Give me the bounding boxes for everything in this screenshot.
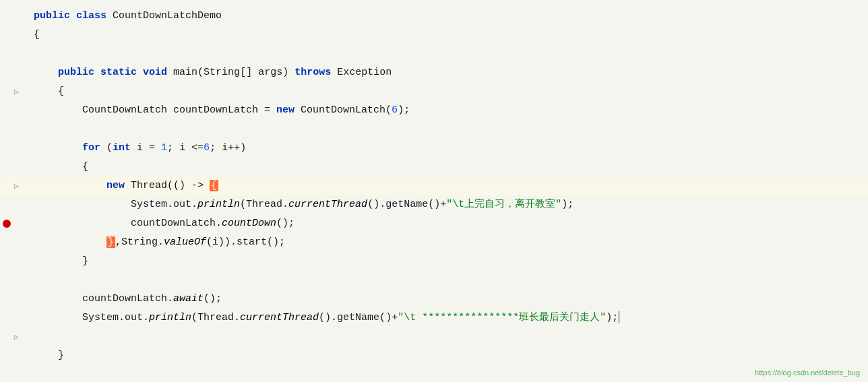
code-line: { bbox=[0, 158, 868, 177]
line-content: { bbox=[20, 158, 868, 177]
line-content bbox=[20, 44, 868, 63]
gutter bbox=[0, 214, 20, 233]
gutter bbox=[0, 44, 20, 63]
line-content: new Thread(() -> { bbox=[20, 177, 868, 195]
code-line: } bbox=[0, 346, 868, 365]
code-line-highlighted: ▷ new Thread(() -> { bbox=[0, 177, 868, 195]
line-content: { bbox=[20, 26, 868, 44]
code-line: System.out.println(Thread.currentThread(… bbox=[0, 195, 868, 214]
fold-arrow: ▷ bbox=[14, 87, 19, 97]
gutter bbox=[0, 309, 20, 327]
line-content: for (int i = 1; i <=6; i++) bbox=[20, 139, 868, 158]
line-content: public static void main(String[] args) t… bbox=[20, 63, 868, 82]
gutter: ▷ bbox=[0, 177, 20, 195]
code-line bbox=[0, 120, 868, 139]
code-line bbox=[0, 44, 868, 63]
gutter bbox=[0, 195, 20, 214]
gutter bbox=[0, 365, 20, 382]
gutter bbox=[0, 290, 20, 309]
gutter bbox=[0, 26, 20, 44]
gutter bbox=[0, 63, 20, 82]
breakpoint-indicator bbox=[3, 220, 11, 228]
watermark: https://blog.csdn.net/delete_bug bbox=[755, 369, 860, 377]
code-line: ▷ bbox=[0, 327, 868, 346]
line-content: { bbox=[20, 82, 868, 101]
code-line: for (int i = 1; i <=6; i++) bbox=[0, 139, 868, 158]
line-content bbox=[20, 120, 868, 139]
code-line: countDownLatch.countDown(); bbox=[0, 214, 868, 233]
gutter bbox=[0, 346, 20, 365]
line-content: System.out.println(Thread.currentThread(… bbox=[20, 195, 868, 214]
line-content: } bbox=[20, 252, 868, 271]
gutter bbox=[0, 271, 20, 290]
gutter bbox=[0, 233, 20, 252]
line-content bbox=[20, 365, 868, 382]
code-line: public class CountDownLatchDemo bbox=[0, 7, 868, 26]
gutter: ▷ bbox=[0, 327, 20, 346]
code-editor: public class CountDownLatchDemo { public… bbox=[0, 0, 868, 382]
line-content: System.out.println(Thread.currentThread(… bbox=[20, 309, 868, 327]
line-content: CountDownLatch countDownLatch = new Coun… bbox=[20, 101, 868, 120]
code-line: System.out.println(Thread.currentThread(… bbox=[0, 309, 868, 327]
code-line: public static void main(String[] args) t… bbox=[0, 63, 868, 82]
line-content: countDownLatch.await(); bbox=[20, 290, 868, 309]
gutter bbox=[0, 101, 20, 120]
code-line: { bbox=[0, 26, 868, 44]
gutter: ▷ bbox=[0, 82, 20, 101]
code-line: CountDownLatch countDownLatch = new Coun… bbox=[0, 101, 868, 120]
code-line: } bbox=[0, 252, 868, 271]
code-line: },String.valueOf(i)).start(); bbox=[0, 233, 868, 252]
gutter bbox=[0, 139, 20, 158]
code-line: ▷ { bbox=[0, 82, 868, 101]
line-content bbox=[20, 327, 868, 346]
line-content: },String.valueOf(i)).start(); bbox=[20, 233, 868, 252]
fold-arrow: ▷ bbox=[14, 332, 19, 342]
code-line: countDownLatch.await(); bbox=[0, 290, 868, 309]
gutter bbox=[0, 158, 20, 177]
code-line bbox=[0, 271, 868, 290]
code-line bbox=[0, 365, 868, 382]
gutter bbox=[0, 7, 20, 26]
line-content: } bbox=[20, 346, 868, 365]
line-content bbox=[20, 271, 868, 290]
gutter bbox=[0, 120, 20, 139]
gutter bbox=[0, 252, 20, 271]
line-content: public class CountDownLatchDemo bbox=[20, 7, 868, 26]
line-content: countDownLatch.countDown(); bbox=[20, 214, 868, 233]
fold-arrow: ▷ bbox=[14, 181, 19, 191]
